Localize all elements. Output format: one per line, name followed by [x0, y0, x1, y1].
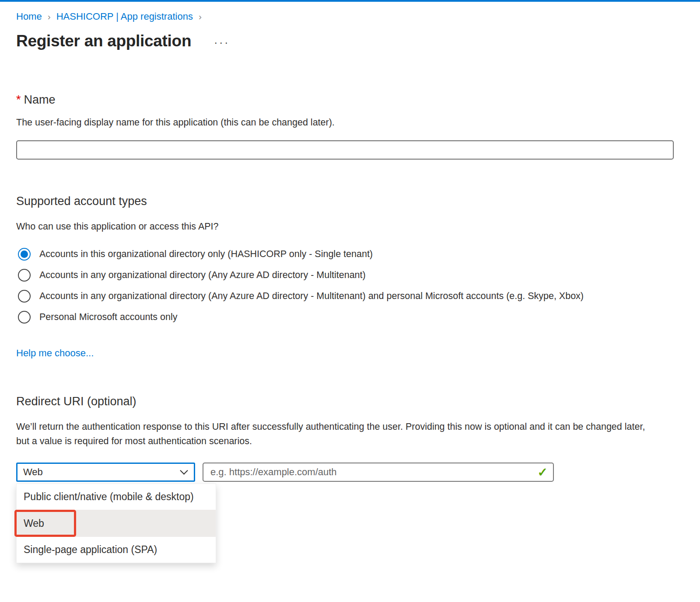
- platform-select[interactable]: Web: [16, 463, 195, 482]
- account-types-radio-group: Accounts in this organizational director…: [16, 244, 674, 327]
- chevron-down-icon: [180, 466, 188, 474]
- radio-option-label: Accounts in this organizational director…: [39, 249, 373, 260]
- redirect-uri-heading: Redirect URI (optional): [16, 395, 674, 408]
- top-accent-bar: [0, 0, 700, 2]
- menu-item-spa[interactable]: Single-page application (SPA): [17, 537, 216, 563]
- platform-dropdown-menu: Public client/native (mobile & desktop) …: [16, 484, 216, 563]
- radio-option-label: Personal Microsoft accounts only: [39, 312, 177, 323]
- redirect-uri-input[interactable]: [203, 463, 554, 482]
- radio-option-multitenant-personal[interactable]: Accounts in any organizational directory…: [16, 285, 674, 306]
- name-label: Name: [24, 93, 56, 106]
- platform-select-wrap: Web Public client/native (mobile & deskt…: [16, 463, 195, 482]
- radio-option-multitenant[interactable]: Accounts in any organizational directory…: [16, 264, 674, 285]
- radio-option-single-tenant[interactable]: Accounts in this organizational director…: [16, 244, 674, 264]
- platform-select-value: Web: [23, 466, 43, 478]
- breadcrumb-separator-icon: ›: [48, 11, 51, 22]
- breadcrumb: Home › HASHICORP | App registrations ›: [16, 11, 674, 22]
- help-me-choose-link[interactable]: Help me choose...: [16, 348, 94, 359]
- breadcrumb-link-home[interactable]: Home: [16, 11, 42, 22]
- menu-item-web-label: Web: [24, 518, 44, 529]
- breadcrumb-separator-icon: ›: [199, 11, 202, 22]
- radio-selected-icon[interactable]: [18, 248, 31, 261]
- breadcrumb-link-app-registrations[interactable]: HASHICORP | App registrations: [56, 11, 193, 22]
- name-input[interactable]: [16, 140, 674, 160]
- redirect-uri-row: Web Public client/native (mobile & deskt…: [16, 463, 674, 482]
- radio-option-label: Accounts in any organizational directory…: [39, 291, 584, 302]
- redirect-uri-input-wrap: ✓: [203, 463, 554, 482]
- radio-option-label: Accounts in any organizational directory…: [39, 270, 366, 281]
- supported-account-types-heading: Supported account types: [16, 195, 674, 208]
- radio-unselected-icon[interactable]: [18, 311, 31, 324]
- account-types-question: Who can use this application or access t…: [16, 221, 674, 232]
- name-description: The user-facing display name for this ap…: [16, 117, 674, 128]
- redirect-uri-description: We’ll return the authentication response…: [16, 420, 653, 449]
- more-options-icon[interactable]: ···: [214, 36, 230, 49]
- page-title: Register an application: [16, 32, 191, 50]
- page-content: Home › HASHICORP | App registrations › R…: [0, 11, 700, 482]
- radio-unselected-icon[interactable]: [18, 290, 31, 303]
- name-field-label: *Name: [16, 93, 674, 107]
- menu-item-public-client[interactable]: Public client/native (mobile & desktop): [17, 484, 216, 510]
- radio-unselected-icon[interactable]: [18, 269, 31, 282]
- menu-item-web[interactable]: Web: [17, 510, 216, 537]
- required-asterisk: *: [16, 93, 21, 106]
- title-row: Register an application ···: [16, 32, 674, 50]
- radio-option-personal-only[interactable]: Personal Microsoft accounts only: [16, 306, 674, 327]
